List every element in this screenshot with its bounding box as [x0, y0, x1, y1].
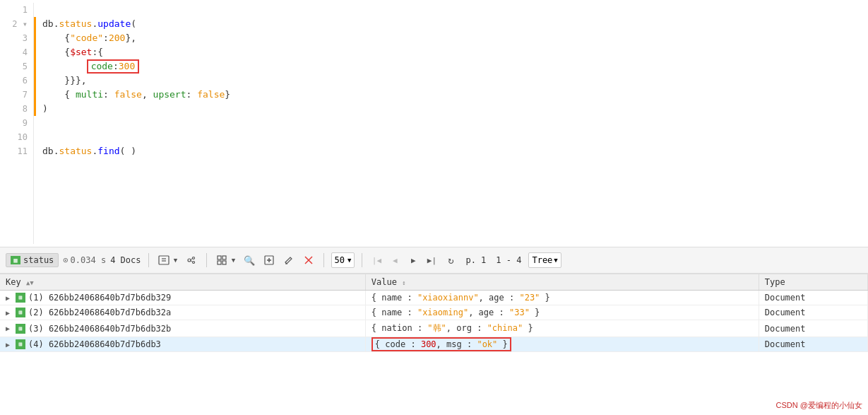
export-btn[interactable] — [156, 252, 172, 268]
doc-icon-2: ▦ — [16, 308, 25, 317]
action-buttons: ▼ — [156, 252, 179, 268]
doc-icon-3: ▦ — [16, 324, 25, 334]
separator-4 — [362, 253, 362, 267]
results-table-area: Key ▲▼ Value ↕ Type ▶ ▦ (1) 626bb2406864… — [0, 274, 868, 415]
refresh-btn[interactable]: ↻ — [443, 252, 458, 268]
col-header-key: Key ▲▼ — [0, 274, 365, 291]
table-row[interactable]: ▶ ▦ (1) 626bb24068640b7d7b6db329 { name … — [0, 291, 868, 305]
row-1-type: Document — [759, 291, 867, 305]
key-sort-icon: ▲▼ — [26, 279, 34, 286]
connect-btn[interactable] — [184, 252, 199, 268]
time-icon: ⊙ — [63, 255, 68, 265]
row-4-key: ▶ ▦ (4) 626bb24068640b7d7b6db3 — [0, 337, 365, 352]
time-value: 0.034 s — [71, 255, 107, 265]
table-row[interactable]: ▶ ▦ (3) 626bb24068640b7d7b6db32b { natio… — [0, 320, 868, 337]
line-num-2: 2 ▾ — [6, 17, 28, 31]
svg-line-6 — [191, 259, 193, 260]
next-page-btn[interactable]: ▶ — [406, 253, 420, 267]
table-row[interactable]: ▶ ▦ (2) 626bb24068640b7d7b6db32a { name … — [0, 305, 868, 320]
prev-page-btn[interactable]: ◀ — [388, 253, 402, 267]
row-1-value: { name : "xiaoxiannv", age : "23" } — [365, 291, 759, 305]
code-line-4: {$set:{ — [42, 45, 868, 59]
row-2-key-text: (2) 626bb24068640b7d7b6db32a — [28, 308, 171, 317]
code-line-1 — [42, 3, 868, 17]
svg-point-5 — [192, 262, 194, 264]
delete-doc-btn[interactable] — [301, 252, 316, 268]
col-header-value: Value ↕ — [365, 274, 759, 291]
svg-line-7 — [191, 261, 193, 262]
row-3-key-text: (3) 626bb24068640b7d7b6db32b — [28, 324, 171, 334]
view-mode-arrow: ▼ — [554, 257, 557, 264]
code-line-8: ) — [42, 102, 868, 116]
code-editor: 1 2 ▾ 3 4 5 6 7 8 9 10 11 db.status.upda… — [0, 0, 868, 247]
view-dropdown-btn[interactable]: ▼ — [230, 252, 237, 268]
limit-value: 50 — [335, 255, 345, 265]
line-num-4: 4 — [6, 45, 28, 59]
collection-tab[interactable]: ▦ status — [6, 253, 59, 267]
code-line-6: }}}, — [42, 74, 868, 88]
code-line-10 — [42, 130, 868, 144]
expand-icon-1[interactable]: ▶ — [6, 294, 13, 302]
expand-icon-4[interactable]: ▶ — [6, 341, 13, 349]
line-num-11: 11 — [6, 144, 28, 158]
code-line-5: code:300 — [42, 59, 868, 74]
view-buttons: ▼ — [214, 252, 237, 268]
line-num-10: 10 — [6, 130, 28, 144]
line-num-8: 8 — [6, 102, 28, 116]
line-num-9: 9 — [6, 116, 28, 130]
row-4-type: Document — [759, 337, 867, 352]
doc-icon-1: ▦ — [16, 293, 25, 303]
line-num-7: 7 — [6, 88, 28, 102]
export-dropdown-btn[interactable]: ▼ — [172, 252, 179, 268]
code-lines[interactable]: db.status.update( {"code":200}, {$set:{ … — [34, 3, 868, 244]
last-page-btn[interactable]: ▶| — [424, 253, 439, 267]
limit-dropdown[interactable]: 50 ▼ — [331, 252, 355, 268]
row-4-key-text: (4) 626bb24068640b7d7b6db3 — [28, 339, 161, 349]
separator-3 — [323, 253, 324, 267]
docs-count: 4 Docs — [110, 255, 141, 265]
expand-icon-2[interactable]: ▶ — [6, 309, 13, 317]
svg-point-3 — [188, 259, 191, 262]
row-1-key-text: (1) 626bb24068640b7d7b6db329 — [28, 293, 171, 303]
zoom-in-btn[interactable]: 🔍 — [242, 252, 257, 268]
code-line-2: db.status.update( — [42, 17, 868, 31]
svg-rect-10 — [218, 261, 221, 264]
highlight-code-300: code:300 — [87, 59, 140, 74]
results-toolbar: ▦ status ⊙ 0.034 s 4 Docs ▼ ▼ 🔍 — [0, 247, 868, 274]
line-num-1: 1 — [6, 3, 28, 17]
row-2-value: { name : "xiaoming", age : "33" } — [365, 305, 759, 320]
separator-1 — [148, 253, 149, 267]
expand-icon-3[interactable]: ▶ — [6, 325, 13, 332]
query-time: ⊙ 0.034 s — [63, 255, 106, 265]
svg-rect-8 — [218, 256, 221, 259]
col-header-type: Type — [759, 274, 867, 291]
collection-icon: ▦ — [11, 256, 20, 264]
row-3-type: Document — [759, 320, 867, 337]
limit-dropdown-arrow: ▼ — [347, 257, 351, 264]
view-mode-select[interactable]: Tree ▼ — [528, 252, 561, 268]
fold-indicator — [34, 17, 36, 116]
row-3-value: { nation : "韩", org : "china" } — [365, 320, 759, 337]
row-4-value-highlight: { code : 300, msg : "ok" } — [371, 337, 511, 351]
table-header-row: Key ▲▼ Value ↕ Type — [0, 274, 868, 291]
row-2-type: Document — [759, 305, 867, 320]
svg-rect-11 — [222, 261, 226, 264]
view-mode-value: Tree — [532, 255, 552, 265]
svg-rect-9 — [222, 256, 226, 259]
edit-doc-btn[interactable] — [281, 252, 297, 268]
line-num-6: 6 — [6, 74, 28, 88]
line-num-5: 5 — [6, 59, 28, 74]
tab-collection-name: status — [23, 255, 54, 265]
add-doc-btn[interactable] — [261, 252, 277, 268]
row-1-key: ▶ ▦ (1) 626bb24068640b7d7b6db329 — [0, 291, 365, 305]
code-line-11: db.status.find( ) — [42, 144, 868, 158]
code-line-9 — [42, 116, 868, 130]
row-2-key: ▶ ▦ (2) 626bb24068640b7d7b6db32a — [0, 305, 365, 320]
table-row[interactable]: ▶ ▦ (4) 626bb24068640b7d7b6db3 { code : … — [0, 337, 868, 352]
doc-icon-4: ▦ — [16, 339, 25, 349]
code-line-7: { multi: false, upsert: false} — [42, 88, 868, 102]
first-page-btn[interactable]: |◀ — [369, 253, 384, 267]
grid-view-btn[interactable] — [214, 252, 230, 268]
row-4-value: { code : 300, msg : "ok" } — [365, 337, 759, 352]
line-num-3: 3 — [6, 31, 28, 45]
